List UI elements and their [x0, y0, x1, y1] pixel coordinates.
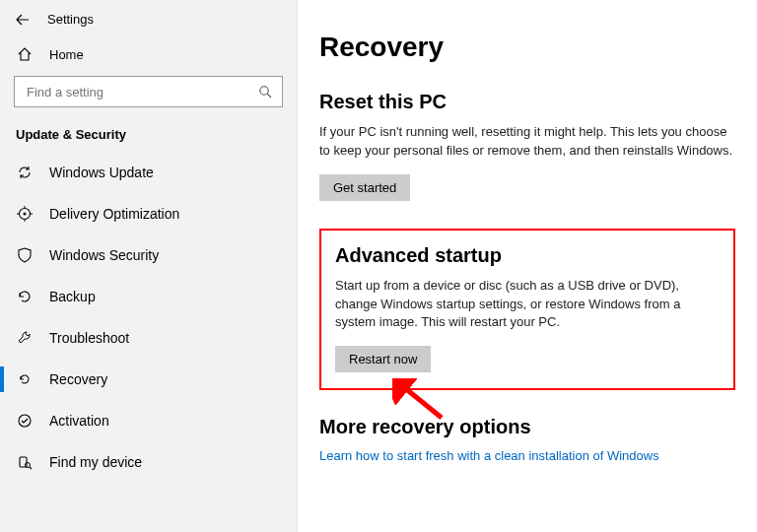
reset-body: If your PC isn't running well, resetting…	[319, 123, 735, 161]
svg-point-3	[24, 213, 27, 216]
delivery-icon	[16, 206, 34, 222]
section-reset-pc: Reset this PC If your PC isn't running w…	[319, 91, 735, 201]
nav-label: Activation	[49, 413, 109, 429]
sidebar-item-activation[interactable]: Activation	[0, 400, 297, 441]
home-label: Home	[49, 47, 84, 62]
sidebar-item-home[interactable]: Home	[0, 36, 297, 72]
nav-label: Windows Update	[49, 165, 154, 180]
nav-label: Windows Security	[49, 247, 159, 263]
svg-line-1	[267, 94, 271, 98]
back-arrow-icon	[16, 13, 30, 27]
sidebar-item-backup[interactable]: Backup	[0, 276, 297, 317]
advanced-body: Start up from a device or disc (such as …	[335, 277, 720, 333]
sidebar-item-find-my-device[interactable]: Find my device	[0, 441, 297, 483]
svg-point-8	[19, 415, 31, 427]
svg-line-11	[30, 467, 32, 469]
nav-label: Find my device	[49, 454, 142, 470]
check-icon	[16, 413, 34, 429]
nav-label: Backup	[49, 289, 96, 304]
section-label: Update & Security	[0, 121, 297, 152]
find-device-icon	[16, 454, 34, 470]
home-icon	[16, 46, 34, 62]
nav-label: Troubleshoot	[49, 330, 129, 346]
page-title: Recovery	[319, 32, 735, 63]
wrench-icon	[16, 330, 34, 346]
svg-point-10	[26, 463, 31, 468]
sidebar-item-windows-security[interactable]: Windows Security	[0, 234, 297, 276]
fresh-start-link[interactable]: Learn how to start fresh with a clean in…	[319, 448, 659, 463]
section-more-recovery: More recovery options Learn how to start…	[319, 416, 735, 463]
sidebar-item-troubleshoot[interactable]: Troubleshoot	[0, 317, 297, 359]
back-button[interactable]	[16, 13, 30, 27]
sidebar-item-delivery-optimization[interactable]: Delivery Optimization	[0, 193, 297, 234]
svg-point-0	[260, 87, 268, 95]
nav-label: Delivery Optimization	[49, 206, 179, 222]
sidebar-header: Settings	[0, 0, 297, 36]
more-title: More recovery options	[319, 416, 735, 438]
backup-icon	[16, 289, 34, 304]
advanced-title: Advanced startup	[335, 244, 720, 267]
nav-label: Recovery	[49, 371, 107, 387]
recovery-icon	[16, 371, 34, 387]
sync-icon	[16, 165, 34, 180]
nav-list: Windows Update Delivery Optimization Win…	[0, 152, 297, 483]
reset-title: Reset this PC	[319, 91, 735, 113]
search-box[interactable]	[14, 76, 283, 107]
settings-window: Settings Home Update & Security Windows …	[0, 0, 757, 532]
search-icon	[258, 85, 272, 99]
sidebar-item-windows-update[interactable]: Windows Update	[0, 152, 297, 193]
section-advanced-startup: Advanced startup Start up from a device …	[319, 229, 735, 391]
shield-icon	[16, 247, 34, 263]
window-title: Settings	[47, 12, 94, 27]
search-input[interactable]	[25, 84, 258, 100]
get-started-button[interactable]: Get started	[319, 174, 410, 201]
sidebar: Settings Home Update & Security Windows …	[0, 0, 298, 532]
sidebar-item-recovery[interactable]: Recovery	[0, 359, 297, 400]
main-content: Recovery Reset this PC If your PC isn't …	[298, 0, 757, 532]
restart-now-button[interactable]: Restart now	[335, 346, 431, 372]
